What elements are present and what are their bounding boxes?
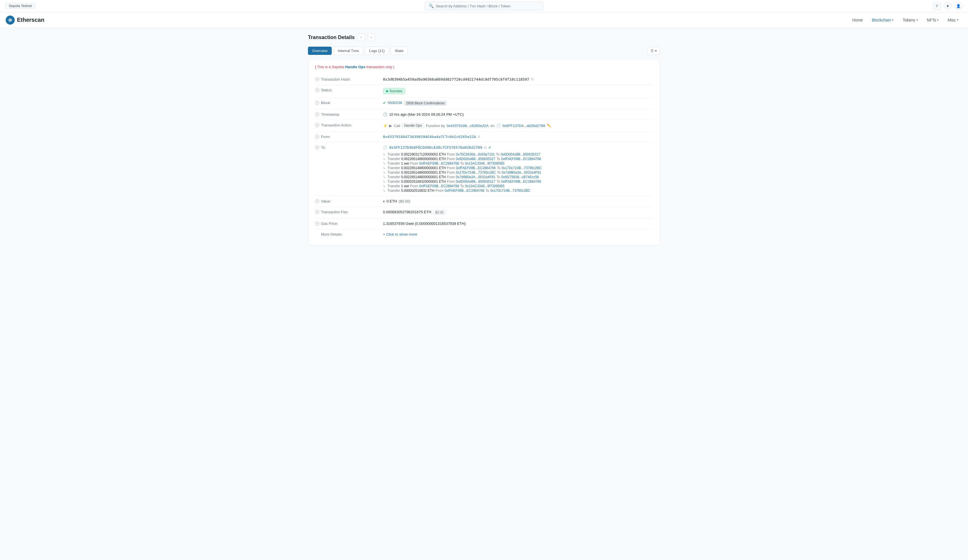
gas-price-label: ? Gas Price: — [315, 221, 383, 226]
transfer-label: Transfer — [388, 157, 400, 161]
gas-price-help-icon[interactable]: ? — [315, 221, 319, 226]
tx-action-help-icon[interactable]: ? — [315, 123, 319, 127]
next-nav-arrow[interactable]: › — [368, 34, 375, 41]
transfer-label: Transfer — [388, 162, 400, 165]
transfer-to-addr[interactable]: 0x13AC3349...9f7309DB5 — [465, 162, 504, 165]
transfer-amount: 0.002265148800000001 ETH — [401, 175, 446, 179]
tab-state[interactable]: State — [391, 47, 408, 55]
theme-toggle-btn[interactable]: ✦ — [944, 2, 951, 10]
transfer-to-label: To — [497, 166, 501, 170]
search-input[interactable] — [436, 4, 539, 8]
transfer-label: Transfer — [388, 170, 400, 175]
from-copy-icon[interactable]: ⧉ — [478, 135, 480, 139]
tx-hash-label: ? Transaction Hash: — [315, 77, 383, 81]
transfer-from-addr[interactable]: 0x6D00Ad88...850635317 — [456, 157, 495, 161]
transfer-from-addr[interactable]: 0x17Dc724B...73785c2BC — [456, 170, 496, 175]
block-number-link[interactable]: 5500236 — [388, 101, 402, 105]
contract-edit-icon[interactable]: ✏️ — [547, 124, 551, 127]
nav-item-blockchain[interactable]: Blockchain ▾ — [868, 16, 898, 25]
transfer-from-addr[interactable]: 0xfFAEF09B...EC2884766 — [445, 188, 484, 193]
user-icon-btn[interactable]: 👤 — [955, 2, 962, 10]
confirmations-badge: 2858 Block Confirmations — [404, 101, 447, 106]
transfer-to-addr[interactable]: 0x17Dc724B...73785c2BC — [502, 166, 542, 170]
tx-fee-value: 0.000683052796201675 ETH $0.00 — [383, 210, 653, 215]
transfer-from-addr[interactable]: 0x76C0430d...0c93e7101 — [456, 152, 495, 156]
transfer-to-label: To — [486, 188, 489, 193]
transfer-from-label: From — [410, 162, 418, 165]
transfer-from-addr[interactable]: 0xfFAEF09B...EC2884766 — [456, 166, 496, 170]
search-icon: 🔍 — [429, 4, 434, 8]
contract-addr-link[interactable]: 0x5FF137D4...a026d2789 — [502, 124, 545, 128]
status-help-icon[interactable]: ? — [315, 88, 319, 92]
contract-doc-icon: 📄 — [496, 124, 501, 128]
call-arrow: ▶ — [389, 124, 392, 128]
transfer-corner-icon: ↳ — [383, 162, 386, 165]
status-badge: Success — [383, 88, 405, 94]
tab-internal-txns[interactable]: Internal Txns — [333, 47, 363, 55]
timestamp-help-icon[interactable]: ? — [315, 112, 319, 117]
transfer-label: Transfer — [388, 166, 400, 170]
transfer-from-label: From — [447, 157, 455, 161]
tab-logs[interactable]: Logs (11) — [365, 47, 389, 55]
timestamp-row: ? Timestamp: 🕐 10 hrs ago (Mar-16-2024 0… — [315, 109, 653, 120]
transfer-label: Transfer — [388, 152, 400, 156]
transfer-from-addr[interactable]: 0xfFAEF09B...EC2884766 — [419, 184, 459, 188]
transfer-from-addr[interactable]: 0xfFAEF09B...EC2884766 — [419, 162, 459, 165]
list-icon: ☰ — [650, 49, 654, 53]
transfer-label: Transfer — [388, 188, 400, 193]
value-help-icon[interactable]: ? — [315, 199, 319, 203]
tx-fee-row: ? Transaction Fee: 0.000683052796201675 … — [315, 207, 653, 218]
transfer-to-addr[interactable]: 0x7d9B0a3A...0031b4F81 — [502, 170, 541, 175]
status-row: ? Status: Success — [315, 85, 653, 97]
nav-item-nfts[interactable]: NFTs ▾ — [923, 16, 943, 25]
transfer-amount: 0.002265148800000001 ETH — [401, 157, 446, 161]
transfer-to-addr[interactable]: 0x6f275638...cB74Ecc56 — [501, 175, 539, 179]
transfer-to-addr[interactable]: 0x13AC3349...9f7309DB5 — [465, 184, 504, 188]
nav-item-misc[interactable]: Misc ▾ — [944, 16, 962, 25]
transfer-from-addr[interactable]: 0x6D00Ad88...850635317 — [456, 180, 495, 183]
tabs-row: Overview Internal Txns Logs (11) State ☰… — [308, 47, 660, 55]
transfer-to-addr[interactable]: 0x6D00Ad88...850635317 — [501, 152, 540, 156]
from-address-link[interactable]: 0x43370188473A398394E4ba4a7C7cbb2c6265e2… — [383, 135, 476, 139]
tx-hash-help-icon[interactable]: ? — [315, 77, 319, 81]
to-copy-icon[interactable]: ⧉ — [484, 145, 487, 150]
tx-hash-copy-icon[interactable]: ⧉ — [531, 77, 534, 81]
keyboard-shortcut-btn[interactable]: 7 — [933, 2, 941, 10]
more-details-value: + Click to show more — [383, 232, 653, 236]
transfer-to-addr[interactable]: 0xfFAEF09B...EC2884766 — [501, 180, 541, 183]
clock-icon: 🕐 — [383, 112, 388, 117]
prev-nav-arrow[interactable]: ‹ — [358, 34, 365, 41]
transfer-amount: 0.000025168320000001 ETH — [401, 180, 446, 183]
tx-fee-usd-badge: $0.00 — [433, 210, 446, 215]
tx-fee-help-icon[interactable]: ? — [315, 210, 319, 214]
status-value: Success — [383, 88, 653, 94]
topbar-icons: 7 ✦ 👤 — [933, 2, 962, 10]
transfer-from-addr[interactable]: 0x7d9B0a3A...0031b4F81 — [456, 175, 495, 179]
search-bar[interactable]: 🔍 — [424, 2, 544, 10]
testnet-banner: [ This is a Sepolia Handle Ops transacti… — [315, 65, 653, 69]
to-address-link[interactable]: 0x5FF137D4b0FDCD49DcA30c7CF57E578a026d27… — [389, 145, 482, 150]
transaction-details-card: [ This is a Sepolia Handle Ops transacti… — [308, 59, 660, 246]
from-addr-link[interactable]: 0x43370188...c6265e22A — [447, 124, 489, 128]
to-verified-icon: ✔ — [488, 145, 491, 150]
more-details-label: ? More Details: — [315, 232, 383, 236]
nav-item-home[interactable]: Home — [848, 16, 867, 25]
show-more-btn[interactable]: + Click to show more — [383, 232, 417, 236]
page-title: Transaction Details — [308, 35, 355, 40]
from-help-icon[interactable]: ? — [315, 135, 319, 139]
tabs: Overview Internal Txns Logs (11) State — [308, 47, 408, 55]
tab-overview[interactable]: Overview — [308, 47, 332, 55]
topbar-left: Sepolia Testnet — [6, 3, 35, 9]
timestamp-label: ? Timestamp: — [315, 112, 383, 117]
status-label: ? Status: — [315, 88, 383, 92]
nav-item-tokens[interactable]: Tokens ▾ — [898, 16, 922, 25]
transfer-to-label: To — [496, 152, 500, 156]
view-toggle-btn[interactable]: ☰ ▾ — [647, 47, 660, 55]
block-help-icon[interactable]: ? — [315, 101, 319, 105]
transfer-to-addr[interactable]: 0x17Dc724B...73785c2BC — [490, 188, 530, 193]
to-help-icon[interactable]: ? — [315, 145, 319, 150]
timestamp-value: 🕐 10 hrs ago (Mar-16-2024 09:26:24 PM +U… — [383, 112, 653, 117]
from-row: ? From: 0x43370188473A398394E4ba4a7C7cbb… — [315, 132, 653, 142]
transfer-to-addr[interactable]: 0xfFAEF09B...EC2884766 — [501, 157, 541, 161]
value-label: ? Value: — [315, 199, 383, 203]
